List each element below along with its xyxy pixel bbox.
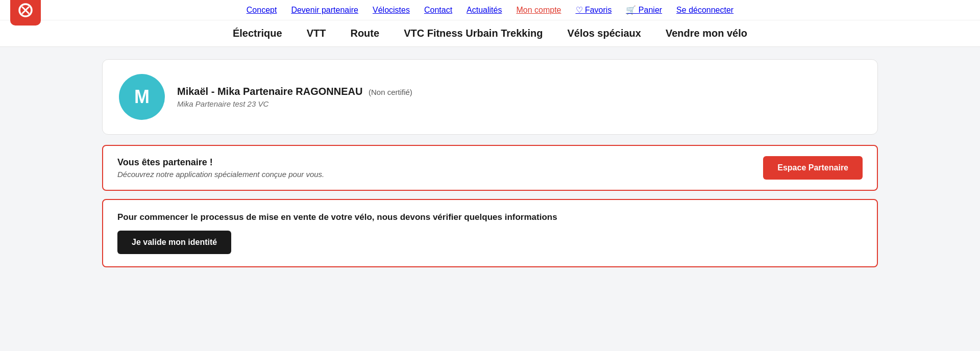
avatar: M xyxy=(119,74,165,120)
avatar-letter: M xyxy=(134,86,150,108)
validate-identity-button[interactable]: Je valide mon identité xyxy=(117,231,231,254)
profile-info: Mikaël - Mika Partenaire RAGONNEAU (Non … xyxy=(177,86,412,108)
logo[interactable] xyxy=(10,0,41,26)
partner-banner-description: Découvrez notre application spécialement… xyxy=(117,170,324,179)
nav-favoris[interactable]: ♡ Favoris xyxy=(576,5,612,15)
nav-contact[interactable]: Contact xyxy=(424,6,452,15)
nav-actualites[interactable]: Actualités xyxy=(467,6,502,15)
nav-mon-compte[interactable]: Mon compte xyxy=(516,6,561,15)
profile-name-text: Mikaël - Mika Partenaire RAGONNEAU xyxy=(177,86,362,97)
main-content: M Mikaël - Mika Partenaire RAGONNEAU (No… xyxy=(82,47,898,280)
profile-certification: (Non certifié) xyxy=(369,88,412,96)
espace-partenaire-button[interactable]: Espace Partenaire xyxy=(763,156,863,180)
logo-container[interactable] xyxy=(10,0,41,26)
nav-panier[interactable]: 🛒 Panier xyxy=(626,5,662,15)
bottom-nav: Électrique VTT Route VTC Fitness Urbain … xyxy=(0,20,980,46)
nav-vtc[interactable]: VTC Fitness Urbain Trekking xyxy=(404,28,543,39)
nav-vendre-mon-velo[interactable]: Vendre mon vélo xyxy=(666,28,747,39)
nav-route[interactable]: Route xyxy=(350,28,379,39)
partner-banner: Vous êtes partenaire ! Découvrez notre a… xyxy=(102,145,878,191)
verification-card: Pour commencer le processus de mise en v… xyxy=(102,199,878,267)
nav-velocistes[interactable]: Vélocistes xyxy=(373,6,410,15)
site-header: Concept Devenir partenaire Vélocistes Co… xyxy=(0,0,980,47)
nav-devenir-partenaire[interactable]: Devenir partenaire xyxy=(291,6,358,15)
nav-concept[interactable]: Concept xyxy=(247,6,277,15)
partner-banner-title: Vous êtes partenaire ! xyxy=(117,157,324,168)
profile-subtitle: Mika Partenaire test 23 VC xyxy=(177,99,412,108)
partner-banner-text: Vous êtes partenaire ! Découvrez notre a… xyxy=(117,157,324,179)
profile-name: Mikaël - Mika Partenaire RAGONNEAU (Non … xyxy=(177,86,412,97)
nav-deconnecter[interactable]: Se déconnecter xyxy=(676,6,733,15)
top-nav-links: Concept Devenir partenaire Vélocistes Co… xyxy=(247,5,733,15)
profile-card: M Mikaël - Mika Partenaire RAGONNEAU (No… xyxy=(102,59,878,135)
nav-vtt[interactable]: VTT xyxy=(307,28,326,39)
nav-velos-speciaux[interactable]: Vélos spéciaux xyxy=(567,28,641,39)
top-nav-wrapper: Concept Devenir partenaire Vélocistes Co… xyxy=(0,0,980,20)
logo-icon xyxy=(15,0,36,20)
nav-electrique[interactable]: Électrique xyxy=(233,28,282,39)
verification-text: Pour commencer le processus de mise en v… xyxy=(117,212,863,222)
